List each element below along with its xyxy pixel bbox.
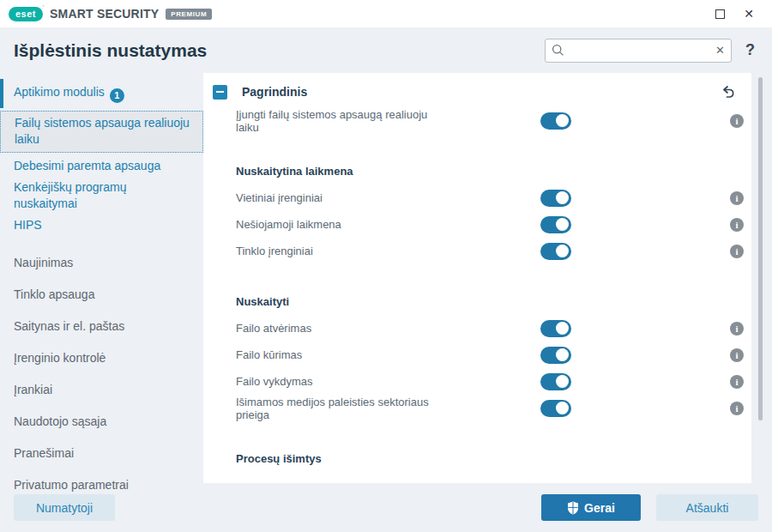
default-button[interactable]: Numatytoji: [14, 494, 115, 521]
setting-row: Nešiojamoji laikmena i: [203, 211, 751, 238]
toggle-switch[interactable]: [540, 112, 571, 130]
toggle-knob-icon: [556, 322, 569, 335]
sidebar-item[interactable]: Pranešimai: [0, 438, 203, 469]
info-icon[interactable]: i: [730, 348, 744, 362]
setting-label: Įjungti failų sistemos apsaugą realiuoju…: [236, 108, 751, 134]
group-heading: Nuskaitytina laikmena: [236, 158, 751, 184]
toggle-switch[interactable]: [540, 320, 571, 337]
scrollbar[interactable]: [758, 77, 763, 420]
sidebar-item[interactable]: Įrankiai: [0, 374, 203, 406]
group-rows: Failo atvėrimas i Failo kūrimas i Failo …: [203, 315, 751, 421]
section-header: Pagrindinis: [203, 73, 751, 107]
sidebar-item-label: Failų sistemos apsauga realiuoju laiku: [15, 116, 190, 146]
setting-label: Vietiniai įrenginiai: [236, 191, 640, 204]
toggle-knob-icon: [556, 191, 569, 204]
setting-row: Failo kūrimas i: [203, 342, 751, 368]
footer: Numatytoji Gerai Atšaukti: [0, 485, 772, 532]
toggle-switch[interactable]: [540, 216, 571, 233]
toggle-switch[interactable]: [540, 373, 571, 390]
setting-label: Išimamos medijos paleisties sektoriaus p…: [236, 396, 751, 421]
group-heading: Nuskaityti: [236, 288, 751, 315]
setting-row: Failo vykdymas i: [203, 368, 751, 395]
search-clear-icon[interactable]: ✕: [715, 44, 725, 57]
toggle-knob-icon: [556, 218, 569, 231]
settings-group: Procesų išimtys: [203, 445, 751, 472]
sidebar-item[interactable]: Naujinimas: [0, 247, 203, 279]
info-icon[interactable]: i: [730, 191, 744, 205]
info-icon[interactable]: i: [730, 245, 744, 258]
sidebar-item[interactable]: Failų sistemos apsauga realiuoju laiku: [0, 111, 203, 153]
info-icon[interactable]: i: [730, 402, 744, 415]
close-button[interactable]: ✕: [734, 3, 763, 25]
setting-label: Nešiojamoji laikmena: [236, 218, 659, 231]
sidebar-item-label: Kenkėjiškų programų nuskaitymai: [14, 180, 127, 210]
sidebar-item[interactable]: Naudotojo sąsaja: [0, 406, 203, 438]
sidebar-item[interactable]: Aptikimo modulis1: [0, 79, 203, 108]
toggle-knob-icon: [556, 375, 569, 388]
page-title: Išplėstinis nustatymas: [14, 40, 207, 61]
ok-button[interactable]: Gerai: [541, 494, 641, 521]
shield-icon: [567, 501, 579, 515]
sidebar-item-badge: 1: [110, 88, 124, 103]
collapse-section-button[interactable]: [213, 85, 227, 100]
toggle-switch[interactable]: [540, 347, 571, 364]
group-rows: Įjungti failų sistemos apsaugą realiuoju…: [203, 107, 751, 134]
sidebar-item-label: Saitynas ir el. paštas: [14, 319, 124, 333]
toggle-knob-icon: [556, 402, 569, 414]
titlebar: eset’ SMART SECURITY PREMIUM ✕: [0, 0, 772, 27]
sidebar-item[interactable]: Debesimi paremta apsauga: [0, 155, 203, 177]
minus-icon: [216, 91, 224, 93]
setting-row: Įjungti failų sistemos apsaugą realiuoju…: [203, 107, 751, 134]
sidebar-item-label: Pranešimai: [14, 446, 74, 460]
eset-logo: eset’: [9, 7, 43, 21]
help-button[interactable]: ?: [742, 41, 758, 59]
cancel-button[interactable]: Atšaukti: [656, 494, 758, 521]
setting-row: Išimamos medijos paleisties sektoriaus p…: [203, 395, 751, 421]
info-icon[interactable]: i: [730, 218, 744, 232]
sidebar-item-label: Įrankiai: [14, 383, 52, 396]
toggle-switch[interactable]: [540, 243, 571, 260]
maximize-icon: [715, 9, 725, 19]
close-icon: ✕: [744, 7, 754, 21]
info-icon[interactable]: i: [730, 375, 744, 389]
settings-group: Nuskaitytina laikmena Vietiniai įrengini…: [203, 158, 751, 264]
header: Išplėstinis nustatymas ✕ ?: [0, 27, 772, 73]
edition-badge: PREMIUM: [166, 9, 212, 20]
info-icon[interactable]: i: [730, 322, 744, 336]
setting-row: Tinklo įrenginiai i: [203, 238, 751, 264]
sidebar-item-label: HIPS: [14, 218, 42, 232]
setting-row: Vietiniai įrenginiai i: [203, 184, 751, 211]
setting-row: Failo atvėrimas i: [203, 315, 751, 342]
sidebar-item[interactable]: HIPS: [0, 215, 203, 236]
sidebar-item[interactable]: Tinklo apsauga: [0, 279, 203, 311]
product-name: SMART SECURITY: [50, 7, 159, 21]
revert-section-icon[interactable]: [721, 84, 736, 100]
group-heading: Procesų išimtys: [236, 445, 751, 472]
sidebar-item[interactable]: Saitynas ir el. paštas: [0, 311, 203, 342]
sidebar-item-label: Aptikimo modulis: [14, 85, 105, 99]
sidebar-item-label: Įrenginio kontrolė: [14, 351, 106, 365]
toggle-knob-icon: [556, 114, 569, 127]
toggle-switch[interactable]: [540, 400, 571, 417]
search-input[interactable]: [568, 44, 712, 57]
search-box[interactable]: ✕: [545, 39, 732, 63]
sidebar-item-label: Naujinimas: [14, 256, 73, 269]
sidebar-item[interactable]: Kenkėjiškų programų nuskaitymai: [0, 177, 203, 215]
group-rows: Vietiniai įrenginiai i Nešiojamoji laikm…: [203, 184, 751, 264]
settings-groups: Įjungti failų sistemos apsaugą realiuoju…: [203, 107, 751, 472]
maximize-button[interactable]: [705, 3, 734, 25]
sidebar-item[interactable]: Įrenginio kontrolė: [0, 342, 203, 374]
toggle-switch[interactable]: [540, 190, 571, 207]
settings-group: Nuskaityti Failo atvėrimas i Failo kūrim…: [203, 288, 751, 421]
section-title: Pagrindinis: [242, 85, 307, 99]
toggle-knob-icon: [556, 245, 569, 257]
settings-group: Įjungti failų sistemos apsaugą realiuoju…: [203, 107, 751, 134]
toggle-knob-icon: [556, 348, 569, 361]
ok-button-label: Gerai: [584, 501, 615, 515]
sidebar-item-label: Naudotojo sąsaja: [14, 414, 106, 428]
info-icon[interactable]: i: [730, 114, 744, 128]
settings-panel: Pagrindinis Įjungti failų sistemos apsau…: [203, 73, 751, 483]
sidebar-item-label: Tinklo apsauga: [14, 287, 94, 301]
registered-mark-icon: ’: [43, 4, 45, 10]
search-icon: [552, 44, 564, 57]
